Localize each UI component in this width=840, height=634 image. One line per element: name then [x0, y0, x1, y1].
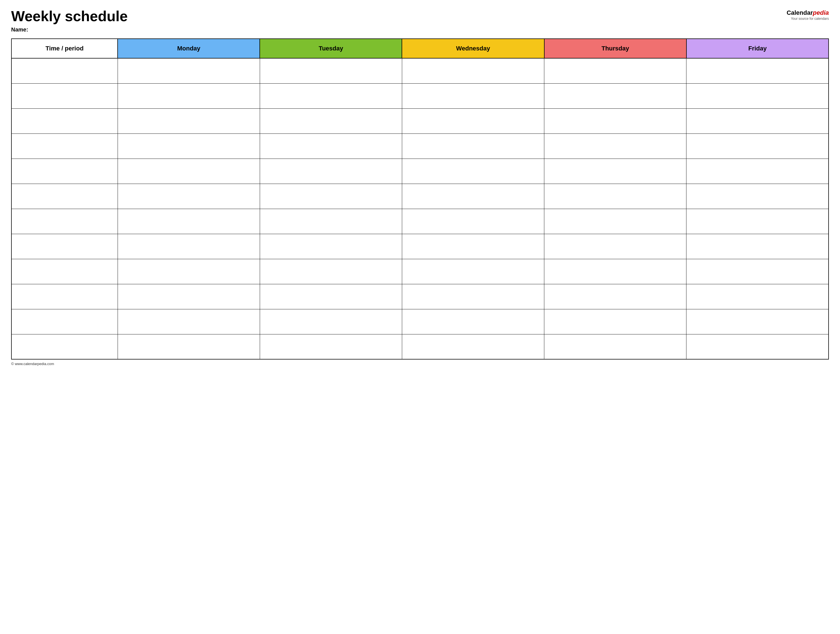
schedule-cell[interactable] [402, 184, 544, 209]
time-cell[interactable] [11, 184, 118, 209]
table-row [11, 109, 829, 134]
schedule-cell[interactable] [260, 159, 402, 184]
schedule-cell[interactable] [118, 134, 260, 159]
schedule-cell[interactable] [687, 209, 829, 234]
schedule-cell[interactable] [544, 109, 687, 134]
table-row [11, 134, 829, 159]
schedule-cell[interactable] [402, 58, 544, 83]
table-row [11, 209, 829, 234]
schedule-cell[interactable] [118, 334, 260, 359]
schedule-cell[interactable] [402, 159, 544, 184]
table-row [11, 58, 829, 83]
schedule-cell[interactable] [260, 284, 402, 309]
schedule-cell[interactable] [118, 309, 260, 334]
schedule-cell[interactable] [402, 284, 544, 309]
col-header-monday: Monday [118, 39, 260, 58]
logo-pedia: pedia [813, 9, 829, 16]
schedule-cell[interactable] [402, 259, 544, 284]
schedule-cell[interactable] [402, 109, 544, 134]
schedule-cell[interactable] [118, 159, 260, 184]
schedule-cell[interactable] [260, 309, 402, 334]
time-cell[interactable] [11, 58, 118, 83]
schedule-cell[interactable] [544, 184, 687, 209]
schedule-cell[interactable] [118, 284, 260, 309]
schedule-cell[interactable] [118, 184, 260, 209]
schedule-cell[interactable] [687, 309, 829, 334]
time-cell[interactable] [11, 309, 118, 334]
schedule-cell[interactable] [402, 309, 544, 334]
page-title: Weekly schedule [11, 8, 128, 24]
schedule-cell[interactable] [118, 58, 260, 83]
logo-tagline: Your source for calendars [791, 17, 829, 21]
page-header: Weekly schedule Name: Calendarpedia Your… [11, 8, 829, 33]
time-cell[interactable] [11, 234, 118, 259]
col-header-wednesday: Wednesday [402, 39, 544, 58]
schedule-cell[interactable] [260, 259, 402, 284]
table-row [11, 184, 829, 209]
schedule-cell[interactable] [402, 83, 544, 109]
schedule-cell[interactable] [687, 58, 829, 83]
schedule-cell[interactable] [118, 109, 260, 134]
schedule-cell[interactable] [260, 234, 402, 259]
col-header-time: Time / period [11, 39, 118, 58]
schedule-cell[interactable] [687, 259, 829, 284]
schedule-cell[interactable] [402, 334, 544, 359]
schedule-cell[interactable] [544, 83, 687, 109]
time-cell[interactable] [11, 284, 118, 309]
time-cell[interactable] [11, 159, 118, 184]
table-row [11, 259, 829, 284]
table-row [11, 234, 829, 259]
schedule-cell[interactable] [544, 209, 687, 234]
footer-copyright: © www.calendarpedia.com [11, 362, 54, 366]
schedule-cell[interactable] [118, 259, 260, 284]
schedule-cell[interactable] [687, 284, 829, 309]
schedule-cell[interactable] [402, 134, 544, 159]
table-row [11, 334, 829, 359]
schedule-cell[interactable] [687, 159, 829, 184]
schedule-cell[interactable] [260, 209, 402, 234]
schedule-cell[interactable] [687, 109, 829, 134]
time-cell[interactable] [11, 209, 118, 234]
schedule-cell[interactable] [260, 109, 402, 134]
schedule-cell[interactable] [687, 83, 829, 109]
schedule-cell[interactable] [687, 134, 829, 159]
schedule-cell[interactable] [118, 209, 260, 234]
schedule-cell[interactable] [544, 159, 687, 184]
schedule-cell[interactable] [260, 58, 402, 83]
col-header-friday: Friday [687, 39, 829, 58]
time-cell[interactable] [11, 109, 118, 134]
schedule-cell[interactable] [118, 234, 260, 259]
schedule-cell[interactable] [260, 184, 402, 209]
schedule-cell[interactable] [544, 58, 687, 83]
table-row [11, 284, 829, 309]
schedule-cell[interactable] [260, 334, 402, 359]
schedule-cell[interactable] [544, 284, 687, 309]
table-header-row: Time / period Monday Tuesday Wednesday T… [11, 39, 829, 58]
time-cell[interactable] [11, 259, 118, 284]
col-header-tuesday: Tuesday [260, 39, 402, 58]
time-cell[interactable] [11, 83, 118, 109]
schedule-cell[interactable] [687, 234, 829, 259]
schedule-cell[interactable] [544, 334, 687, 359]
time-cell[interactable] [11, 334, 118, 359]
schedule-cell[interactable] [544, 134, 687, 159]
schedule-cell[interactable] [402, 209, 544, 234]
logo-section: Calendarpedia Your source for calendars [786, 8, 829, 21]
table-row [11, 309, 829, 334]
schedule-cell[interactable] [544, 234, 687, 259]
schedule-cell[interactable] [260, 134, 402, 159]
schedule-body [11, 58, 829, 359]
schedule-cell[interactable] [118, 83, 260, 109]
footer: © www.calendarpedia.com [11, 362, 829, 366]
table-row [11, 83, 829, 109]
schedule-cell[interactable] [544, 259, 687, 284]
logo-text: Calendarpedia [786, 10, 829, 16]
schedule-table: Time / period Monday Tuesday Wednesday T… [11, 38, 829, 360]
schedule-cell[interactable] [687, 184, 829, 209]
logo-calendar: Calendar [786, 9, 813, 16]
schedule-cell[interactable] [260, 83, 402, 109]
time-cell[interactable] [11, 134, 118, 159]
schedule-cell[interactable] [402, 234, 544, 259]
schedule-cell[interactable] [544, 309, 687, 334]
schedule-cell[interactable] [687, 334, 829, 359]
